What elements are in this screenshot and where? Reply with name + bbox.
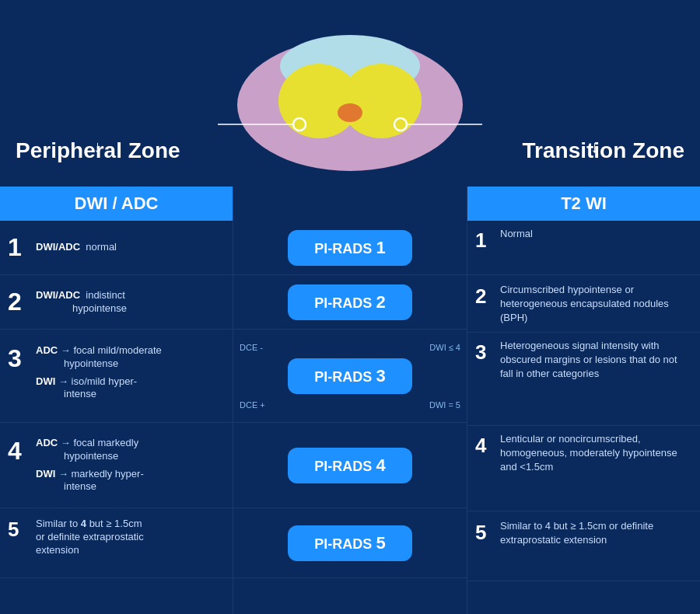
left-score-4: 4 bbox=[8, 437, 30, 466]
left-desc-2: DWI/ADC indistinct hypointense bbox=[36, 289, 127, 316]
transition-zone-label: Transition Zone ↓ bbox=[523, 138, 684, 163]
right-row-1: 1 Normal bbox=[467, 221, 700, 275]
right-row-2: 2 Circumscribed hypointense or heterogen… bbox=[467, 275, 700, 333]
left-col-header: DWI / ADC bbox=[0, 187, 233, 221]
peripheral-arrow: ↓ bbox=[93, 137, 102, 157]
left-desc-1: DWI/ADC normal bbox=[36, 241, 117, 254]
peripheral-zone-label: Peripheral Zone ↓ bbox=[16, 138, 180, 163]
dce-plus-label: DCE + bbox=[240, 400, 265, 410]
pirads-row-1: PI-RADS 1 bbox=[233, 221, 467, 275]
main-grid: DWI / ADC 1 DWI/ADC normal 2 DWI/ADC ind… bbox=[0, 187, 700, 614]
right-desc-4: Lenticular or noncircumscribed, homogene… bbox=[500, 432, 692, 475]
left-score-2: 2 bbox=[8, 288, 30, 316]
right-desc-1: Normal bbox=[500, 227, 533, 241]
right-desc-5: Similar to 4 but ≥ 1.5cm or definite ext… bbox=[500, 519, 692, 547]
dwi-eq5-label: DWI = 5 bbox=[429, 400, 460, 410]
left-row-1: 1 DWI/ADC normal bbox=[0, 221, 233, 275]
left-desc-3b: DWI → iso/mild hyper- intense bbox=[36, 375, 162, 402]
pirads-btn-5: PI-RADS 5 bbox=[288, 525, 412, 561]
transition-arrow: ↓ bbox=[590, 137, 599, 157]
left-column: DWI / ADC 1 DWI/ADC normal 2 DWI/ADC ind… bbox=[0, 187, 233, 614]
right-col-header: T2 WI bbox=[467, 187, 700, 221]
pirads-row-3: DCE - DWI ≤ 4 PI-RADS 3 DCE + DWI = 5 bbox=[233, 330, 467, 423]
right-desc-3: Heterogeneous signal intensity with obsc… bbox=[500, 339, 692, 382]
right-score-1: 1 bbox=[475, 227, 494, 253]
right-score-2: 2 bbox=[475, 283, 494, 309]
pirads-btn-1: PI-RADS 1 bbox=[288, 230, 412, 266]
right-score-3: 3 bbox=[475, 339, 494, 365]
right-column: T2 WI 1 Normal 2 Circumscribed hypointen… bbox=[467, 187, 700, 614]
right-row-3: 3 Heterogeneous signal intensity with ob… bbox=[467, 333, 700, 426]
pirads-btn-2: PI-RADS 2 bbox=[288, 284, 412, 320]
pirads-row-2: PI-RADS 2 bbox=[233, 275, 467, 330]
left-row-2: 2 DWI/ADC indistinct hypointense bbox=[0, 275, 233, 330]
left-desc-3a: ADC → focal mild/moderate hypointense bbox=[36, 344, 162, 371]
anatomy-diagram bbox=[218, 23, 482, 179]
left-row-5: 5 Similar to 4 but ≥ 1.5cmor definite ex… bbox=[0, 508, 233, 578]
right-row-5: 5 Similar to 4 but ≥ 1.5cm or definite e… bbox=[467, 511, 700, 581]
left-desc-4b: DWI → markedly hyper- intense bbox=[36, 468, 144, 494]
left-row-4: 4 ADC → focal markedly hypointense DWI →… bbox=[0, 423, 233, 508]
dce-minus-label: DCE - bbox=[240, 343, 263, 352]
right-score-4: 4 bbox=[475, 432, 494, 458]
left-desc-5: Similar to 4 but ≥ 1.5cmor definite extr… bbox=[36, 518, 144, 557]
pirads-btn-4: PI-RADS 4 bbox=[288, 448, 412, 483]
left-score-3: 3 bbox=[8, 344, 30, 373]
middle-column: PI-RADS 1 PI-RADS 2 DCE - DWI ≤ 4 PI-RAD… bbox=[233, 187, 467, 614]
svg-point-3 bbox=[341, 64, 422, 138]
pirads-row-5: PI-RADS 5 bbox=[233, 508, 467, 578]
right-score-5: 5 bbox=[475, 519, 494, 545]
left-desc-4a: ADC → focal markedly hypointense bbox=[36, 437, 144, 463]
pirads-btn-3: PI-RADS 3 bbox=[288, 358, 412, 394]
left-score-1: 1 bbox=[8, 233, 30, 262]
pirads-row-4: PI-RADS 4 bbox=[233, 423, 467, 508]
anatomy-section: Peripheral Zone ↓ Transition Zone ↓ bbox=[0, 0, 700, 187]
svg-point-4 bbox=[338, 103, 362, 122]
left-row-3: 3 ADC → focal mild/moderate hypointense … bbox=[0, 330, 233, 423]
right-row-4: 4 Lenticular or noncircumscribed, homoge… bbox=[467, 426, 700, 511]
left-score-5: 5 bbox=[8, 518, 30, 542]
middle-header bbox=[233, 187, 467, 221]
dwi-leq4-label: DWI ≤ 4 bbox=[429, 343, 460, 352]
right-desc-2: Circumscribed hypointense or heterogeneo… bbox=[500, 283, 692, 326]
